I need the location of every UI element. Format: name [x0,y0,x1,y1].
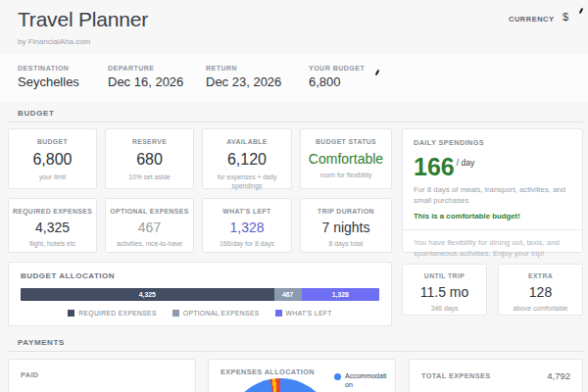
required-expenses-label: REQUIRED EXPENSES [9,208,96,215]
until-trip-label: UNTIL TRIP [403,272,486,279]
available-card: AVAILABLE 6,120 for expenses + daily spe… [202,128,292,189]
pie-legend-dot [334,373,341,380]
reserve-card-label: RESERVE [106,138,193,145]
trip-info-bar: DESTINATION Seychelles DEPARTURE Dec 16,… [0,55,588,102]
budget-allocation-legend: REQUIRED EXPENSES OPTIONAL EXPENSES WHAT… [21,310,379,317]
allocation-segment-optional: 467 [274,288,302,301]
byline: by FinancialAha.com [18,37,90,46]
extra-value: 128 [499,284,582,300]
budget-status-card-value: Comfortable [301,151,391,167]
trip-duration-label: TRIP DURATION [301,208,391,215]
legend-label-left: WHAT'S LEFT [286,310,332,317]
reserve-card-value: 680 [106,151,193,169]
required-expenses-card: REQUIRED EXPENSES 4,325 flight, hotels e… [8,198,97,253]
optional-expenses-sub: activities, nice-to-have [106,240,193,249]
required-expenses-value: 4,325 [9,220,96,235]
budget-card-sub: your limit [9,173,96,182]
budget-status-card-label: BUDGET STATUS [301,138,391,145]
legend-swatch-required [68,310,74,317]
payments-section-divider [8,351,583,352]
available-card-sub: for expenses + daily spendings [203,173,291,191]
total-expenses-card: TOTAL EXPENSES 4,792 [409,359,583,392]
daily-spendings-label: DAILY SPENDINGS [414,138,571,147]
return-field[interactable]: RETURN Dec 23, 2026 [206,65,281,89]
daily-spendings-divider [403,229,582,230]
budget-section-divider [8,122,583,122]
payments-section-title: PAYMENTS [18,338,65,347]
destination-label: DESTINATION [18,65,79,72]
budget-status-card: BUDGET STATUS Comfortable room for flexi… [300,128,392,189]
required-expenses-sub: flight, hotels etc [9,240,96,249]
expenses-allocation-card: EXPENSES ALLOCATION Accommodation [208,359,396,392]
legend-swatch-left [275,310,282,317]
paid-label: PAID [21,370,183,379]
daily-spendings-note: You have flexibility for dining out, tax… [414,238,571,259]
daily-spendings-desc: For 8 days of meals, transport, activiti… [414,185,571,206]
destination-value[interactable]: Seychelles [18,74,79,89]
departure-label: DEPARTURE [108,65,183,72]
legend-item-required: REQUIRED EXPENSES [68,310,157,317]
currency-caret-mark [579,8,584,14]
return-label: RETURN [206,65,281,72]
daily-spendings-value: 166 [414,153,455,180]
daily-spendings-panel: DAILY SPENDINGS 166/ day For 8 days of m… [402,128,583,253]
reserve-card-sub: 10% set aside [106,173,193,182]
trip-duration-value: 7 nights [301,220,391,235]
budget-card-label: BUDGET [9,138,96,145]
available-card-value: 6,120 [203,151,291,169]
daily-spendings-highlight: This is a comfortable budget! [414,212,571,220]
total-expenses-value: 4,792 [547,370,570,381]
until-trip-card: UNTIL TRIP 11.5 mo 346 days [402,264,487,316]
pie-legend-label: Accommodation [345,372,388,390]
legend-item-left: WHAT'S LEFT [275,310,332,317]
available-card-label: AVAILABLE [203,138,291,145]
return-value[interactable]: Dec 23, 2026 [206,74,281,89]
expenses-pie-chart [226,378,334,392]
total-expenses-label: TOTAL EXPENSES [421,371,490,380]
optional-expenses-value: 467 [106,220,193,235]
budget-section-title: BUDGET [18,109,54,118]
departure-value[interactable]: Dec 16, 2026 [108,74,183,89]
your-budget-field[interactable]: YOUR BUDGET 6,800 [309,65,365,89]
extra-card: EXTRA 128 above comfortable [498,264,583,316]
trip-duration-sub: 8 days total [301,240,391,249]
whats-left-value: 1,328 [203,220,291,235]
until-trip-sub: 346 days [403,305,486,314]
budget-card-value: 6,800 [9,151,96,169]
whats-left-card: WHAT'S LEFT 1,328 166/day for 8 days [202,198,292,253]
your-budget-label: YOUR BUDGET [309,65,365,72]
departure-field[interactable]: DEPARTURE Dec 16, 2026 [108,65,183,89]
optional-expenses-label: OPTIONAL EXPENSES [106,208,193,215]
destination-field[interactable]: DESTINATION Seychelles [18,65,79,89]
legend-label-required: REQUIRED EXPENSES [78,310,157,317]
pie-legend-item-accommodation: Accommodation [334,372,388,390]
extra-sub: above comfortable [499,305,582,314]
daily-spendings-unit: / day [457,158,474,168]
whats-left-label: WHAT'S LEFT [203,208,291,215]
reserve-card: RESERVE 680 10% set aside [105,128,194,189]
allocation-segment-required: 4,325 [21,288,274,301]
trip-duration-card: TRIP DURATION 7 nights 8 days total [300,198,392,253]
legend-swatch-optional [172,310,179,317]
legend-item-optional: OPTIONAL EXPENSES [172,310,260,317]
currency-selector[interactable]: $ [563,11,568,23]
optional-expenses-card: OPTIONAL EXPENSES 467 activities, nice-t… [105,198,194,253]
budget-allocation-panel: BUDGET ALLOCATION 4,325 467 1,328 REQUIR… [8,262,392,326]
extra-label: EXTRA [499,272,582,279]
until-trip-value: 11.5 mo [403,284,486,300]
whats-left-sub: 166/day for 8 days [203,240,291,249]
page-title: Travel Planner [18,8,148,31]
your-budget-value[interactable]: 6,800 [309,74,365,89]
budget-allocation-bar: 4,325 467 1,328 [21,288,379,301]
paid-card: PAID [8,359,196,392]
budget-status-card-sub: room for flexibility [301,172,391,180]
budget-card: BUDGET 6,800 your limit [8,128,97,189]
allocation-segment-left: 1,328 [302,288,379,301]
budget-allocation-title: BUDGET ALLOCATION [21,271,379,280]
currency-label: CURRENCY [509,15,555,24]
legend-label-optional: OPTIONAL EXPENSES [183,310,260,317]
